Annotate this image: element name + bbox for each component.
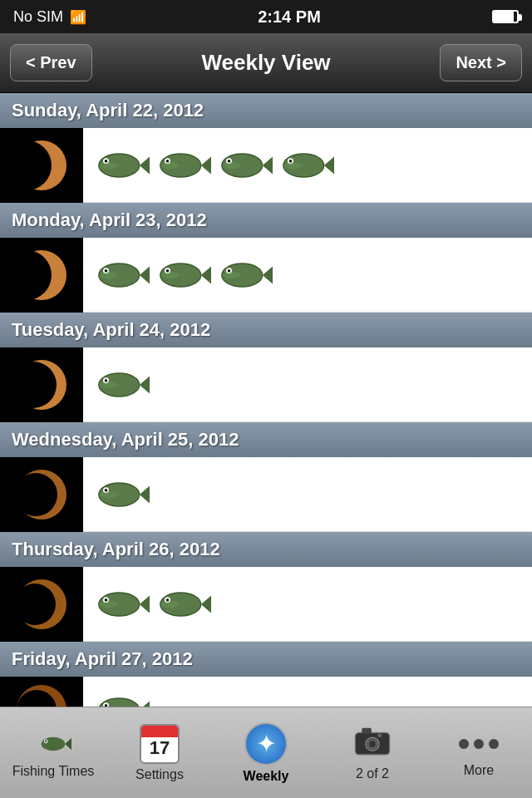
fish-monday (83, 253, 532, 298)
weekly-content: Sunday, April 22, 2012 Monday, April 23,… (0, 93, 532, 765)
day-label-sunday: Sunday, April 22, 2012 (12, 100, 204, 121)
moon-icon-monday (17, 250, 66, 300)
page-title: Weekly View (201, 50, 330, 76)
svg-marker-52 (201, 595, 211, 613)
svg-marker-17 (324, 156, 334, 174)
fish-wednesday (83, 472, 532, 517)
moon-tuesday (0, 347, 83, 422)
fish-icon-thu-1 (91, 582, 150, 627)
day-header-wednesday: Wednesday, April 25, 2012 (0, 422, 532, 457)
moon-icon-sunday (17, 140, 66, 190)
svg-marker-12 (263, 156, 273, 174)
status-left: No SIM 📶 (13, 8, 86, 26)
svg-point-60 (42, 736, 66, 751)
svg-marker-2 (140, 156, 150, 174)
fish-icon-2 (153, 143, 211, 188)
battery-icon (492, 10, 519, 23)
time-display: 2:14 PM (258, 7, 321, 27)
tab-more[interactable]: More (426, 707, 532, 798)
moon-thursday (0, 567, 83, 642)
moon-sunday (0, 128, 83, 203)
moon-icon-thursday (17, 579, 66, 629)
svg-marker-61 (65, 737, 71, 749)
day-header-friday: Friday, April 27, 2012 (0, 642, 532, 677)
day-label-friday: Friday, April 27, 2012 (12, 648, 193, 670)
fish-thursday (83, 582, 532, 627)
day-label-thursday: Thursday, April 26, 2012 (12, 539, 220, 560)
tab-settings-label: Settings (135, 767, 184, 782)
tab-bar: Fishing Times 17 Settings ✦ Weekly 2 of … (0, 707, 532, 798)
day-row-sunday[interactable] (0, 128, 532, 203)
camera-icon (353, 724, 392, 763)
fish-icon-4 (276, 143, 334, 188)
day-section-wednesday: Wednesday, April 25, 2012 (0, 422, 532, 532)
moon-monday (0, 238, 83, 313)
nav-bar: < Prev Weekly View Next > (0, 33, 532, 93)
day-section-thursday: Thursday, April 26, 2012 (0, 532, 532, 642)
svg-marker-37 (140, 376, 150, 393)
tab-more-label: More (464, 763, 494, 778)
day-section-monday: Monday, April 23, 2012 (0, 203, 532, 313)
tab-settings[interactable]: 17 Settings (106, 707, 213, 798)
day-row-tuesday[interactable] (0, 347, 532, 422)
day-label-wednesday: Wednesday, April 25, 2012 (12, 429, 239, 451)
wifi-icon: 📶 (70, 9, 86, 25)
status-right (492, 10, 519, 23)
fish-icon-3 (214, 143, 273, 188)
day-section-sunday: Sunday, April 22, 2012 (0, 93, 532, 203)
svg-marker-22 (140, 266, 150, 283)
status-bar: No SIM 📶 2:14 PM (0, 0, 532, 33)
fish-icon-thu-2 (153, 582, 211, 627)
tab-weekly-label: Weekly (244, 769, 289, 784)
fishing-times-icon (35, 727, 71, 761)
svg-point-69 (377, 734, 382, 738)
day-header-monday: Monday, April 23, 2012 (0, 203, 532, 238)
day-header-sunday: Sunday, April 22, 2012 (0, 93, 532, 128)
day-section-tuesday: Tuesday, April 24, 2012 (0, 313, 532, 422)
svg-marker-32 (263, 266, 273, 283)
svg-marker-47 (140, 595, 150, 613)
fish-tuesday (83, 362, 532, 407)
day-label-monday: Monday, April 23, 2012 (12, 209, 207, 231)
moon-icon-tuesday (17, 360, 66, 410)
svg-point-63 (45, 740, 47, 741)
fish-sunday (83, 143, 532, 188)
calendar-icon: 17 (140, 724, 180, 764)
tab-fishing-times[interactable]: Fishing Times (0, 707, 106, 798)
svg-marker-27 (201, 266, 211, 283)
moon-icon-wednesday (17, 470, 66, 520)
svg-rect-66 (362, 728, 372, 734)
more-dots-icon (459, 728, 499, 760)
day-header-thursday: Thursday, April 26, 2012 (0, 532, 532, 567)
tab-fishing-times-label: Fishing Times (12, 764, 95, 779)
day-row-monday[interactable] (0, 238, 532, 313)
fish-icon-mon-3 (214, 253, 273, 298)
compass-symbol: ✦ (256, 729, 277, 758)
fish-icon-mon-1 (91, 253, 150, 298)
carrier-text: No SIM (13, 8, 63, 26)
prev-button[interactable]: < Prev (10, 44, 92, 81)
day-row-thursday[interactable] (0, 567, 532, 642)
moon-wednesday (0, 457, 83, 532)
day-row-wednesday[interactable] (0, 457, 532, 532)
day-header-tuesday: Tuesday, April 24, 2012 (0, 313, 532, 347)
fish-icon-1 (91, 143, 150, 188)
fish-icon-mon-2 (153, 253, 211, 298)
fish-icon-wed-1 (91, 472, 150, 517)
svg-marker-7 (201, 156, 211, 174)
day-label-tuesday: Tuesday, April 24, 2012 (12, 319, 210, 341)
tab-2of2-label: 2 of 2 (356, 766, 389, 781)
next-button[interactable]: Next > (440, 44, 522, 81)
fish-icon-tue-1 (91, 362, 150, 407)
tab-2of2[interactable]: 2 of 2 (319, 707, 426, 798)
compass-icon: ✦ (244, 722, 288, 766)
tab-weekly[interactable]: ✦ Weekly (213, 707, 319, 798)
svg-marker-42 (140, 485, 150, 503)
svg-point-68 (368, 741, 376, 748)
